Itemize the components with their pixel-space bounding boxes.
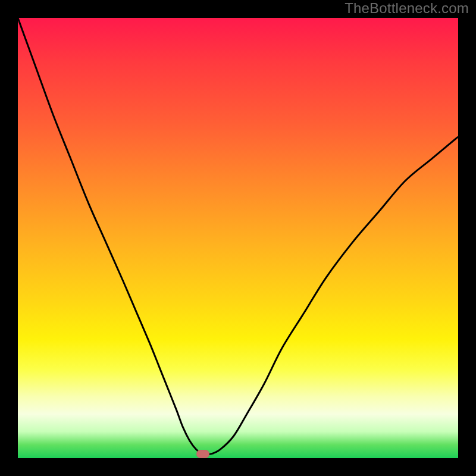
bottleneck-curve (18, 18, 458, 458)
optimal-marker (196, 450, 209, 458)
chart-frame: TheBottleneck.com (0, 0, 476, 476)
plot-area (18, 18, 458, 458)
watermark-text: TheBottleneck.com (345, 0, 469, 17)
curve-path (18, 18, 458, 455)
